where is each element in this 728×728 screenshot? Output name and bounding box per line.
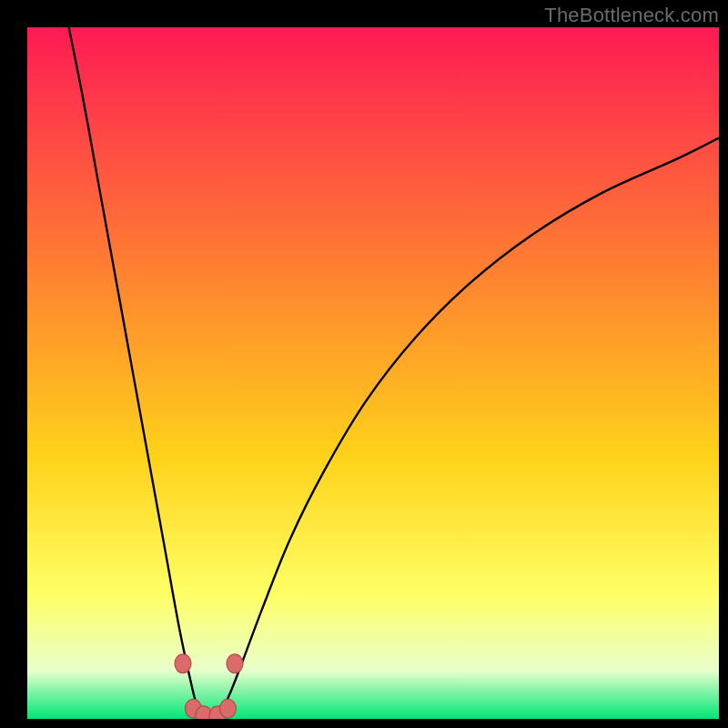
bottleneck-chart bbox=[27, 27, 719, 719]
gradient-background bbox=[27, 27, 719, 719]
optimal-dot bbox=[175, 654, 191, 673]
watermark-text: TheBottleneck.com bbox=[544, 4, 719, 27]
optimal-dot bbox=[227, 654, 243, 673]
optimal-dot bbox=[219, 699, 236, 718]
chart-stage: TheBottleneck.com bbox=[0, 0, 728, 728]
plot-area bbox=[27, 27, 719, 719]
